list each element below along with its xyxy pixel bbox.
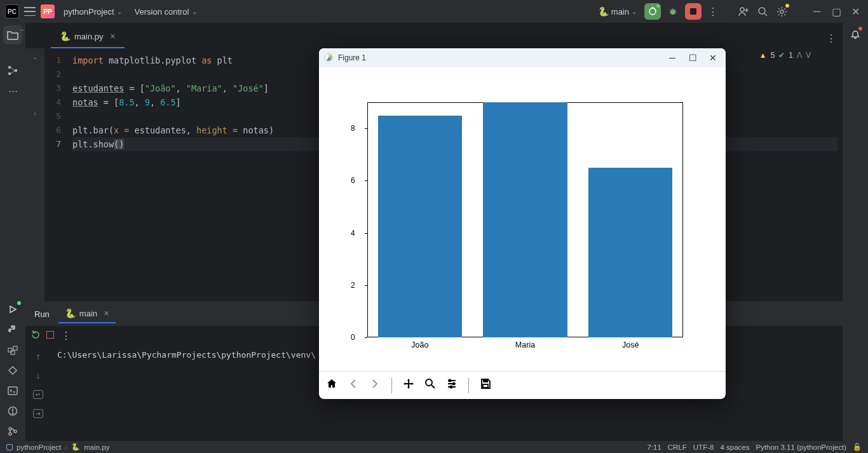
svg-marker-20 [10,306,16,313]
line-number: 7 [44,137,61,151]
more-tools-icon[interactable]: ⋯ [3,81,22,100]
file-tab-main[interactable]: 🐍 main.py ✕ [51,25,125,48]
maximize-button[interactable]: ▢ [829,4,844,19]
close-window-button[interactable]: ✕ [848,4,863,19]
svg-point-41 [453,383,455,385]
mpl-window-title: Figure 1 [338,53,366,62]
collapse-icon[interactable]: ⌄ [32,53,37,60]
mpl-canvas[interactable]: 02468 JoãoMariaJosé [319,67,726,371]
python-console-icon[interactable] [3,320,22,339]
svg-point-9 [740,8,744,11]
y-tick-label: 8 [351,124,355,133]
settings-icon[interactable] [774,4,789,19]
problems-icon[interactable] [3,402,22,421]
vcs-icon[interactable] [3,422,22,441]
y-tick-label: 4 [351,229,355,238]
prev-highlight-icon[interactable]: ᐱ [797,51,802,60]
svg-line-13 [764,13,767,16]
x-tick-label: João [411,341,428,349]
warning-count: 5 [771,51,775,60]
svg-point-14 [780,10,783,13]
file-encoding[interactable]: UTF-8 [693,443,714,451]
maximize-button[interactable]: ☐ [685,53,700,63]
svg-line-18 [11,67,15,71]
forward-icon[interactable] [367,377,383,393]
back-icon[interactable] [346,377,361,393]
notifications-icon[interactable] [846,25,865,44]
project-dropdown[interactable]: pythonProject ⌄ [60,4,126,19]
scroll-to-end-icon[interactable]: ⇥ [31,406,46,421]
zoom-icon[interactable] [423,377,438,393]
minimize-button[interactable]: ─ [665,53,680,63]
run-config-name: main [611,7,629,17]
run-more-icon[interactable]: ⋮ [60,328,72,343]
lock-icon[interactable]: 🔓 [853,443,862,451]
svg-point-12 [759,8,765,14]
soft-wrap-icon[interactable]: ↩ [31,387,46,402]
close-tab-icon[interactable]: ✕ [110,32,116,41]
minimize-button[interactable]: ─ [810,4,825,19]
structure-tool-icon[interactable] [3,61,22,80]
project-tool-icon[interactable]: – [3,25,22,44]
python-packages-icon[interactable] [3,341,22,360]
cursor-position[interactable]: 7:11 [647,443,661,451]
pycharm-logo-icon: PC [5,4,19,18]
stop-run-button[interactable] [46,331,54,341]
version-control-dropdown[interactable]: Version control ⌄ [131,4,201,19]
close-button[interactable]: ✕ [705,53,721,63]
chart-bar [378,116,463,337]
scroll-down-icon[interactable]: ↓ [31,368,46,383]
debug-button[interactable] [665,3,681,20]
run-panel-title: Run [31,304,53,324]
svg-rect-15 [8,66,11,69]
svg-point-35 [426,379,432,386]
svg-rect-16 [8,72,11,75]
scroll-up-icon[interactable]: ↑ [31,349,46,364]
rerun-button[interactable] [31,330,40,341]
svg-line-7 [675,10,676,11]
home-icon[interactable] [324,377,339,393]
svg-rect-23 [11,351,15,355]
breadcrumb[interactable]: pythonProject › 🐍 main.py [6,443,109,451]
editor-tabs: 🐍 main.py ✕ ⋮ [25,23,843,48]
run-button[interactable] [644,3,661,20]
mpl-toolbar [319,371,726,399]
hamburger-icon[interactable] [24,7,36,16]
crumb-file: main.py [84,443,109,451]
more-actions-button[interactable]: ⋮ [705,4,721,19]
output-text: C:\Users\Larissa\PycharmProjects\pythonP… [57,350,316,360]
svg-rect-22 [13,346,17,350]
svg-point-40 [449,380,451,382]
pan-icon[interactable] [401,377,416,393]
search-icon[interactable] [755,4,770,19]
close-tab-icon[interactable]: ✕ [104,309,109,318]
svg-marker-34 [403,379,414,389]
save-icon[interactable] [478,377,493,393]
next-highlight-icon[interactable]: ᐯ [806,51,811,60]
run-tab-main[interactable]: 🐍 main ✕ [58,304,116,323]
run-side-controls: ↑ ↓ ↩ ⇥ [25,345,51,441]
line-separator[interactable]: CRLF [668,443,687,451]
terminal-icon[interactable] [3,381,22,400]
editor-inspections[interactable]: ▲5 ✔1 ᐱ ᐯ [759,51,811,60]
svg-rect-44 [483,384,488,388]
chevron-down-icon: ⌄ [632,8,637,15]
mpl-app-icon [324,53,333,64]
run-tab-label: main [79,309,97,318]
services-icon[interactable] [3,361,22,380]
configure-icon[interactable] [444,377,459,393]
run-tool-icon[interactable] [3,300,22,319]
x-tick-label: José [622,341,639,349]
indent-setting[interactable]: 4 spaces [720,443,749,451]
expand-icon[interactable]: › [34,110,36,117]
mpl-titlebar[interactable]: Figure 1 ─ ☐ ✕ [319,48,726,67]
project-icon: PP [41,4,55,18]
run-config-selector[interactable]: 🐍 main ⌄ [594,5,641,18]
code-with-me-icon[interactable] [736,4,751,19]
interpreter[interactable]: Python 3.11 (pythonProject) [756,443,846,451]
tab-options-icon[interactable]: ⋮ [824,30,839,46]
top-right-controls: 🐍 main ⌄ ⋮ ─ ▢ ✕ [594,3,863,20]
matplotlib-window[interactable]: Figure 1 ─ ☐ ✕ 02468 JoãoMariaJosé [319,48,726,399]
fold-column[interactable]: ⌄ › [25,48,44,301]
stop-button[interactable] [685,3,702,20]
